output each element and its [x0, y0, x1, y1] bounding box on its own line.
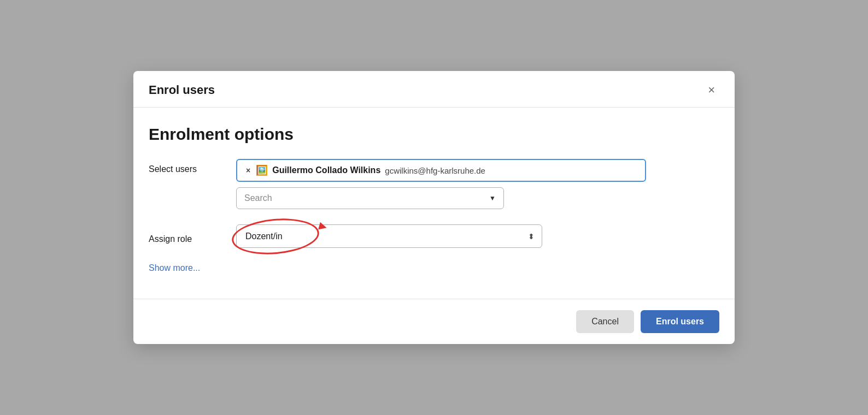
cancel-button[interactable]: Cancel — [576, 310, 634, 333]
dialog-body: Enrolment options Select users × 🖼️ Guil… — [133, 108, 735, 299]
dialog-title: Enrol users — [149, 83, 215, 97]
search-placeholder: Search — [244, 193, 272, 203]
assign-role-row: Assign role Dozent/in Student Manager Co… — [149, 224, 719, 248]
user-email: gcwilkins@hfg-karlsruhe.de — [385, 166, 485, 175]
enrol-users-dialog: Enrol users × Enrolment options Select u… — [133, 71, 735, 344]
remove-user-button[interactable]: × — [245, 166, 251, 175]
dialog-header: Enrol users × — [133, 71, 735, 108]
user-name: Guillermo Collado Wilkins — [272, 165, 380, 175]
dialog-footer: Cancel Enrol users — [133, 299, 735, 344]
role-select[interactable]: Dozent/in Student Manager Course creator… — [236, 224, 542, 248]
role-select-wrapper: Dozent/in Student Manager Course creator… — [236, 224, 542, 248]
show-more-link[interactable]: Show more... — [149, 263, 200, 273]
assign-role-label: Assign role — [149, 229, 236, 244]
close-button[interactable]: × — [703, 82, 719, 98]
select-users-label: Select users — [149, 159, 236, 174]
select-users-controls: × 🖼️ Guillermo Collado Wilkins gcwilkins… — [236, 159, 719, 209]
chevron-down-icon: ▼ — [489, 194, 496, 202]
select-users-row: Select users × 🖼️ Guillermo Collado Wilk… — [149, 159, 719, 209]
user-avatar: 🖼️ — [256, 164, 268, 176]
section-title: Enrolment options — [149, 125, 719, 144]
dialog-overlay: Enrol users × Enrolment options Select u… — [0, 0, 868, 415]
selected-user-tag: × 🖼️ Guillermo Collado Wilkins gcwilkins… — [236, 159, 646, 182]
search-dropdown[interactable]: Search ▼ — [236, 187, 504, 209]
enrol-users-button[interactable]: Enrol users — [641, 310, 719, 333]
